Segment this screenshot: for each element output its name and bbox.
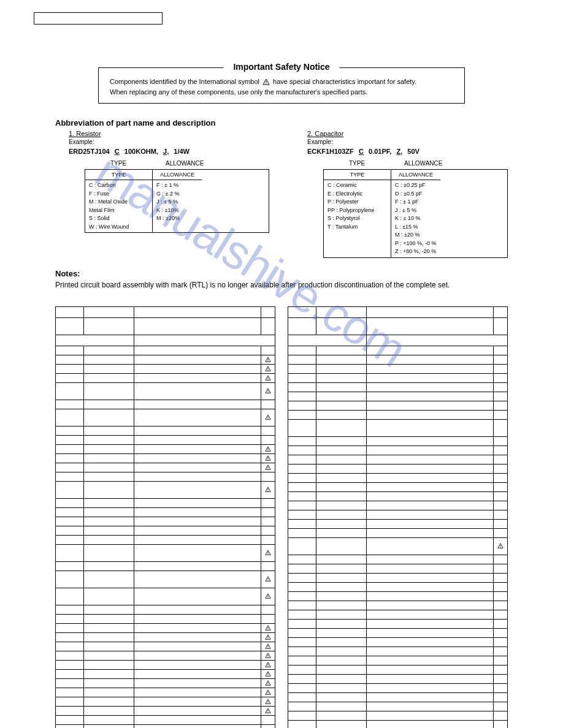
table-row (288, 564, 507, 574)
table-row (288, 610, 507, 620)
safety-mark-cell (261, 355, 275, 364)
capacitor-part-example: ECKF1H103ZF C 0.01PF, Z, 50V (307, 148, 508, 155)
safety-mark-cell (494, 464, 507, 473)
safety-mark-cell (261, 383, 275, 400)
safety-mark-cell (494, 592, 507, 601)
table-row (288, 464, 507, 474)
table-row (288, 365, 507, 374)
table-row (56, 346, 275, 355)
safety-mark-cell (494, 638, 507, 646)
table-row (288, 474, 507, 483)
safety-title: Important Safety Notice (223, 62, 339, 72)
table-row (56, 707, 275, 716)
resistor-types: C : Carbon F : Fuse M : Metal Oxide Meta… (85, 180, 153, 232)
safety-mark-cell (494, 420, 507, 436)
safety-mark-cell (261, 661, 275, 669)
table-row (288, 574, 507, 583)
safety-mark-cell (261, 463, 275, 472)
table-row (56, 482, 275, 499)
table-row (56, 463, 275, 472)
table-row (288, 520, 507, 529)
safety-mark-cell (261, 679, 275, 688)
safety-mark-cell (494, 684, 507, 692)
table-row (288, 510, 507, 520)
safety-mark-cell (261, 605, 275, 614)
parts-tables (55, 306, 508, 729)
table-row (288, 455, 507, 464)
table-row (288, 492, 507, 501)
svg-point-33 (268, 656, 269, 657)
safety-mark-cell (261, 436, 275, 444)
safety-mark-cell (261, 508, 275, 517)
safety-mark-cell (494, 492, 507, 501)
table-row (56, 725, 275, 729)
safety-mark-cell (494, 601, 507, 610)
svg-point-13 (268, 450, 269, 450)
safety-mark-cell (261, 651, 275, 660)
table-row (288, 392, 507, 401)
table-row (288, 307, 507, 318)
safety-mark-cell (261, 571, 275, 588)
svg-point-7 (268, 379, 269, 379)
safety-mark-cell (261, 409, 275, 426)
svg-point-41 (268, 693, 269, 694)
safety-mark-cell (261, 427, 275, 435)
safety-mark-cell (494, 437, 507, 446)
safety-mark-cell (261, 707, 275, 715)
safety-mark-cell (494, 401, 507, 410)
safety-mark-cell (261, 517, 275, 526)
table-row (288, 346, 507, 355)
safety-mark-cell (494, 610, 507, 619)
svg-point-15 (268, 459, 269, 460)
safety-mark-cell (261, 445, 275, 453)
safety-mark-cell (494, 474, 507, 482)
table-row (56, 400, 275, 409)
table-section-header (288, 335, 507, 346)
table-row (288, 318, 507, 335)
safety-text: Components identified by the Internation… (110, 77, 453, 97)
table-row (288, 411, 507, 420)
table-row (56, 365, 275, 374)
resistor-allows: F : ± 1 % G : ± 2 % J : ± 5 % K : ±10% M… (153, 180, 202, 232)
table-row (56, 517, 275, 526)
svg-point-11 (268, 419, 269, 419)
table-row (56, 697, 275, 707)
table-row (56, 355, 275, 365)
safety-mark-cell (494, 374, 507, 382)
safety-mark-cell (261, 697, 275, 706)
svg-point-29 (268, 638, 269, 639)
table-row (56, 508, 275, 517)
table-row (288, 420, 507, 437)
svg-point-43 (268, 702, 269, 703)
table-row (288, 702, 507, 711)
table-row (288, 693, 507, 702)
notes-heading: Notes: (55, 269, 508, 278)
safety-mark-cell (261, 526, 275, 535)
table-row (288, 383, 507, 392)
table-row (56, 651, 275, 661)
table-row (56, 545, 275, 562)
table-row (288, 583, 507, 592)
table-row (56, 499, 275, 508)
table-row (56, 605, 275, 615)
abbreviation-columns: 1. Resistor Example: ERD25TJ104 C 100KOH… (55, 130, 508, 258)
table-row (288, 374, 507, 383)
table-row (56, 615, 275, 624)
svg-point-47 (500, 547, 501, 548)
resistor-label-row: TYPE ALLOWANCE (55, 160, 269, 167)
table-row (288, 629, 507, 638)
safety-mark-cell (261, 454, 275, 463)
table-row (288, 555, 507, 564)
table-row (56, 454, 275, 463)
safety-mark-cell (261, 624, 275, 632)
svg-point-37 (268, 675, 269, 675)
safety-mark-cell (494, 529, 507, 537)
capacitor-types: C : Ceramic E : Electrolytic P : Polyest… (324, 180, 391, 257)
resistor-example-label: Example: (69, 138, 269, 145)
table-row (56, 588, 275, 605)
table-row (288, 647, 507, 656)
safety-mark-cell (494, 555, 507, 564)
capacitor-table: TYPE ALLOWANCE C : Ceramic E : Electroly… (323, 169, 508, 258)
safety-mark-cell (494, 318, 507, 335)
safety-mark-cell (261, 545, 275, 561)
